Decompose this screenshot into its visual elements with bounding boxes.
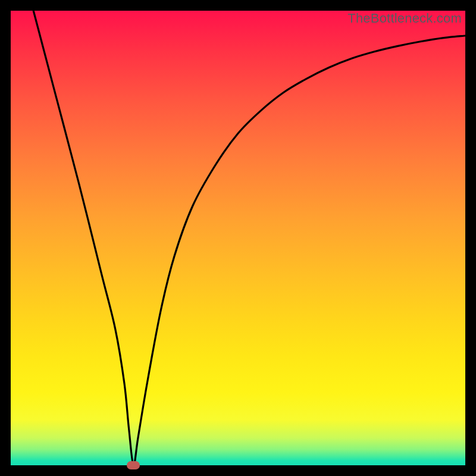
- optimal-point-marker: [127, 461, 140, 469]
- bottleneck-curve: [33, 11, 465, 465]
- curve-layer: [11, 11, 465, 465]
- chart-frame: TheBottleneck.com: [11, 11, 465, 465]
- plot-area: TheBottleneck.com: [11, 11, 465, 465]
